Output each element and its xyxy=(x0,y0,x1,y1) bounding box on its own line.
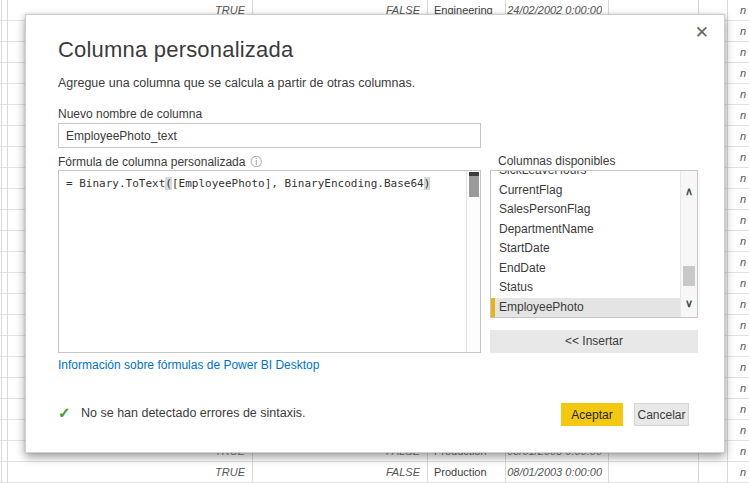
grid-cell-truncated: n xyxy=(727,21,746,42)
syntax-status-text: No se han detectado errores de sintaxis. xyxy=(81,406,305,420)
formula-prefix: = Binary.ToText xyxy=(66,177,165,190)
grid-column-divider xyxy=(1,0,2,483)
formula-editor[interactable]: = Binary.ToText([EmployeePhoto], BinaryE… xyxy=(58,170,481,353)
insert-button[interactable]: << Insertar xyxy=(490,330,698,353)
scroll-down-icon[interactable]: ∨ xyxy=(681,297,697,309)
available-columns-label: Columnas disponibles xyxy=(498,154,615,168)
column-item[interactable]: SickLeaveHours xyxy=(491,170,680,181)
dialog-title: Columna personalizada xyxy=(58,37,293,63)
column-item[interactable]: Status xyxy=(491,278,680,298)
formula-args: [EmployeePhoto], BinaryEncoding.Base64 xyxy=(172,177,424,190)
cell-currentflag: TRUE xyxy=(7,462,245,483)
scrollbar-thumb[interactable] xyxy=(683,266,695,286)
close-icon[interactable]: ✕ xyxy=(695,24,709,41)
grid-cell-truncated: n xyxy=(727,336,746,357)
column-item[interactable]: EndDate xyxy=(491,259,680,279)
grid-cell-truncated: n xyxy=(727,378,746,399)
grid-column-divider xyxy=(7,0,8,483)
grid-row-divider xyxy=(0,461,749,462)
grid-cell-truncated: n xyxy=(727,294,746,315)
grid-cell-truncated: n xyxy=(727,147,746,168)
grid-cell-truncated: n xyxy=(727,42,746,63)
grid-cell-truncated: n xyxy=(727,252,746,273)
custom-column-dialog: ✕ Columna personalizada Agregue una colu… xyxy=(25,14,725,453)
formula-label-text: Fórmula de columna personalizada xyxy=(58,155,245,169)
grid-cell-truncated: n xyxy=(727,315,746,336)
formula-text: = Binary.ToText([EmployeePhoto], BinaryE… xyxy=(66,177,462,190)
new-column-name-input[interactable] xyxy=(58,123,481,148)
grid-cell-truncated: n xyxy=(727,168,746,189)
available-columns-items: SickLeaveHoursCurrentFlagSalesPersonFlag… xyxy=(491,170,680,317)
info-icon: ⓘ xyxy=(250,155,262,169)
grid-cell-truncated: n xyxy=(727,210,746,231)
grid-cell-truncated: n xyxy=(727,126,746,147)
formula-help-link[interactable]: Información sobre fórmulas de Power BI D… xyxy=(58,358,319,372)
column-item[interactable]: StartDate xyxy=(491,239,680,259)
scrollbar-thumb[interactable] xyxy=(469,172,479,197)
cell-salespersonflag: FALSE xyxy=(252,462,420,483)
power-bi-query-editor: TRUE FALSE Engineering 24/02/2002 0:00:0… xyxy=(0,0,749,483)
grid-cell-truncated: n xyxy=(727,189,746,210)
grid-cell-truncated: n xyxy=(727,441,746,462)
grid-cell-truncated: n xyxy=(727,63,746,84)
grid-cell-truncated: n xyxy=(727,357,746,378)
grid-cell-truncated: n xyxy=(727,231,746,252)
grid-cell-truncated: n xyxy=(727,420,746,441)
dialog-subtitle: Agregue una columna que se calcula a par… xyxy=(58,76,415,90)
grid-cell-truncated: n xyxy=(727,105,746,126)
column-item[interactable]: CurrentFlag xyxy=(491,181,680,201)
columns-scrollbar[interactable]: ∧ ∨ xyxy=(680,171,697,317)
grid-cell-truncated: n xyxy=(727,84,746,105)
new-column-name-label: Nuevo nombre de columna xyxy=(58,107,202,121)
check-icon: ✓ xyxy=(58,404,71,422)
column-item[interactable]: DepartmentName xyxy=(491,220,680,240)
grid-cell-truncated: n xyxy=(727,0,746,21)
column-item[interactable]: SalesPersonFlag xyxy=(491,200,680,220)
formula-label: Fórmula de columna personalizadaⓘ xyxy=(58,154,262,171)
table-row: TRUE FALSE Production 08/01/2003 0:00:00 xyxy=(0,462,749,483)
accept-button[interactable]: Aceptar xyxy=(561,403,623,426)
grid-cell-truncated: n xyxy=(727,273,746,294)
cancel-button[interactable]: Cancelar xyxy=(634,403,689,426)
grid-cell-truncated: n xyxy=(727,399,746,420)
formula-close-paren: ) xyxy=(424,177,431,190)
formula-scrollbar[interactable] xyxy=(466,171,480,352)
column-item[interactable]: EmployeePhoto xyxy=(491,298,680,318)
available-columns-list[interactable]: SickLeaveHoursCurrentFlagSalesPersonFlag… xyxy=(490,170,698,318)
scroll-up-icon[interactable]: ∧ xyxy=(681,185,697,197)
cell-startdate: 08/01/2003 0:00:00 xyxy=(505,462,602,483)
grid-cell-truncated: n xyxy=(727,462,746,483)
formula-open-paren: ( xyxy=(165,177,172,190)
